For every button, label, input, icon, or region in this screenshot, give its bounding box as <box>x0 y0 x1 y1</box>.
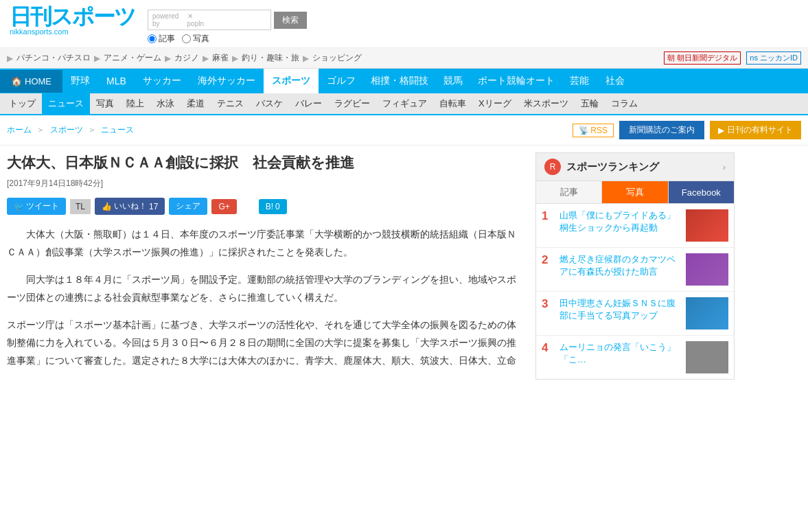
cat-anime[interactable]: アニメ・ゲーム <box>104 52 161 64</box>
hatebu-label: B! <box>266 202 273 211</box>
breadcrumb-home[interactable]: ホーム <box>7 125 32 135</box>
rank-num-1: 1 <box>542 209 554 223</box>
ranking-box: R スポーツランキング › 記事 写真 Facebook 1 山県「僕にもプライ… <box>535 152 735 380</box>
home-button[interactable]: 🏠 HOME <box>0 70 62 93</box>
subnav-olympics[interactable]: 五輪 <box>575 93 605 114</box>
subnav-news[interactable]: ニュース <box>42 93 90 114</box>
cat-sep: ▶ <box>7 54 13 63</box>
nav-sports[interactable]: スポーツ <box>264 69 319 93</box>
main-nav: 🏠 HOME 野球 MLB サッカー 海外サッカー スポーツ ゴルフ 相撲・格闘… <box>0 69 808 93</box>
breadcrumb-sports[interactable]: スポーツ <box>50 125 83 135</box>
powered-by-label: powered by <box>152 12 185 27</box>
ranking-item: 2 燃え尽き症候群のタカマツペアに有森氏が授けた助言 <box>536 248 734 292</box>
breadcrumb-news[interactable]: ニュース <box>101 125 134 135</box>
article-para1: 大体大（大阪・熊取町）は１４日、本年度のスポーツ庁委託事業「大学横断的かつ競技横… <box>7 226 525 262</box>
breadcrumb-sep2: ＞ <box>88 125 96 135</box>
ns-badge: ns ニッカンID <box>746 51 801 65</box>
cat-nav: ▶ パチンコ・パチスロ ▶ アニメ・ゲーム ▶ カジノ ▶ 麻雀 ▶ 釣り・趣味… <box>0 48 808 69</box>
article-para2: 同大学は１８年４月に「スポーツ局」を開設予定。運動部の統括管理や大学のブランディ… <box>7 271 525 307</box>
like-label: いいね！ <box>114 200 147 212</box>
rank-text-3[interactable]: 田中理恵さん妊娠ＳＮＳに腹部に手当てる写真アップ <box>559 297 680 322</box>
purchase-button[interactable]: 新聞購読のご案内 <box>619 121 704 139</box>
breadcrumb: ホーム ＞ スポーツ ＞ ニュース <box>7 124 134 136</box>
article-body: 大体大（大阪・熊取町）は１４日、本年度のスポーツ庁委託事業「大学横断的かつ競技横… <box>7 226 525 369</box>
subnav-basketball[interactable]: バスケ <box>250 93 289 114</box>
search-input[interactable] <box>211 15 266 25</box>
cat-sep5: ▶ <box>232 54 238 63</box>
article-title: 大体大、日本版ＮＣＡＡ創設に採択 社会貢献を推進 <box>7 152 525 172</box>
nav-keiba[interactable]: 競馬 <box>435 69 471 93</box>
share-button[interactable]: シェア <box>169 198 207 215</box>
cat-mahjong[interactable]: 麻雀 <box>212 52 229 64</box>
subnav-volleyball[interactable]: バレー <box>289 93 328 114</box>
hatebu-count: 0 <box>275 202 280 211</box>
asahi-badge: 朝 朝日新聞デジタル <box>664 51 741 65</box>
nav-mlb[interactable]: MLB <box>98 69 135 93</box>
search-area: powered by ✕ popln 検索 記事 写真 <box>148 10 307 45</box>
cat-sep3: ▶ <box>165 54 171 63</box>
subnav-figure[interactable]: フィギュア <box>376 93 433 114</box>
subnav-xleague[interactable]: Xリーグ <box>472 93 518 114</box>
social-bar: 🐦 ツイート TL 👍 いいね！ 17 シェア G+ B! 0 <box>7 198 525 215</box>
rss-button[interactable]: 📡 RSS <box>573 124 614 137</box>
nav-world-soccer[interactable]: 海外サッカー <box>189 69 264 93</box>
radio-article[interactable]: 記事 <box>148 33 175 45</box>
tab-article[interactable]: 記事 <box>536 181 602 203</box>
radio-photo[interactable]: 写真 <box>182 33 209 45</box>
article-para3: スポーツ庁は「スポーツ基本計画」に基づき、大学スポーツの活性化や、それを通じて大… <box>7 316 525 370</box>
rank-thumb-4 <box>686 341 728 373</box>
nav-boat[interactable]: ボート競輪オート <box>471 69 562 93</box>
rank-num-3: 3 <box>542 297 554 311</box>
ranking-list: 1 山県「僕にもプライドある」桐生ショックから再起動 2 燃え尽き症候群のタカマ… <box>536 204 734 379</box>
search-button[interactable]: 検索 <box>274 12 307 29</box>
rank-thumb-2 <box>686 253 728 286</box>
subnav-photo[interactable]: 写真 <box>90 93 120 114</box>
tab-facebook[interactable]: Facebook <box>669 181 734 203</box>
nikkei-label: 日刊の有料サイト <box>727 124 793 136</box>
like-button[interactable]: 👍 いいね！ 17 <box>95 198 165 215</box>
cat-pachinko[interactable]: パチンコ・パチスロ <box>16 52 91 64</box>
nikkei-arrow-icon: ▶ <box>718 126 724 135</box>
subnav-us-sports[interactable]: 米スポーツ <box>518 93 575 114</box>
cat-fishing[interactable]: 釣り・趣味・旅 <box>242 52 299 64</box>
ranking-title: スポーツランキング <box>566 161 659 174</box>
thumbs-icon: 👍 <box>102 202 112 211</box>
nav-entertainment[interactable]: 芸能 <box>562 69 597 93</box>
ranking-item: 4 ムーリニョの発言「いこう」「こ… <box>536 336 734 379</box>
subnav-rugby[interactable]: ラグビー <box>328 93 376 114</box>
nav-sumo[interactable]: 相撲・格闘技 <box>364 69 435 93</box>
subnav-judo[interactable]: 柔道 <box>181 93 211 114</box>
tweet-label: ツイート <box>26 200 59 212</box>
header: 日刊スポーツ nikkansports.com powered by ✕ pop… <box>0 0 808 48</box>
home-icon: 🏠 <box>11 76 22 86</box>
hatebu-button[interactable]: B! 0 <box>259 199 287 214</box>
rss-icon: 📡 <box>579 126 589 135</box>
nikkei-button[interactable]: ▶ 日刊の有料サイト <box>710 121 801 139</box>
subnav-cycling[interactable]: 自転車 <box>433 93 472 114</box>
tab-photo[interactable]: 写真 <box>602 181 668 203</box>
rank-text-2[interactable]: 燃え尽き症候群のタカマツペアに有森氏が授けた助言 <box>559 253 680 278</box>
cat-shopping[interactable]: ショッピング <box>312 52 362 64</box>
tl-button[interactable]: TL <box>70 199 91 214</box>
nav-society[interactable]: 社会 <box>597 69 633 93</box>
subnav-tennis[interactable]: テニス <box>211 93 250 114</box>
nav-soccer[interactable]: サッカー <box>135 69 189 93</box>
rank-text-1[interactable]: 山県「僕にもプライドある」桐生ショックから再起動 <box>559 209 680 234</box>
subnav-top[interactable]: トップ <box>3 93 42 114</box>
subnav-column[interactable]: コラム <box>605 93 644 114</box>
nav-baseball[interactable]: 野球 <box>62 69 98 93</box>
popln-icon: ✕ popln <box>187 12 209 27</box>
tweet-button[interactable]: 🐦 ツイート <box>7 198 66 215</box>
cat-sep2: ▶ <box>94 54 100 63</box>
nav-golf[interactable]: ゴルフ <box>319 69 364 93</box>
gplus-button[interactable]: G+ <box>211 199 236 214</box>
breadcrumb-sep1: ＞ <box>36 125 45 135</box>
twitter-icon: 🐦 <box>14 202 24 211</box>
subnav-athletics[interactable]: 陸上 <box>120 93 150 114</box>
rank-text-4[interactable]: ムーリニョの発言「いこう」「こ… <box>559 341 680 366</box>
cat-casino[interactable]: カジノ <box>174 52 199 64</box>
rank-thumb-3 <box>686 297 728 329</box>
ranking-header: R スポーツランキング › <box>536 153 734 181</box>
ranking-arrow-icon: › <box>723 162 726 172</box>
subnav-swimming[interactable]: 水泳 <box>150 93 181 114</box>
